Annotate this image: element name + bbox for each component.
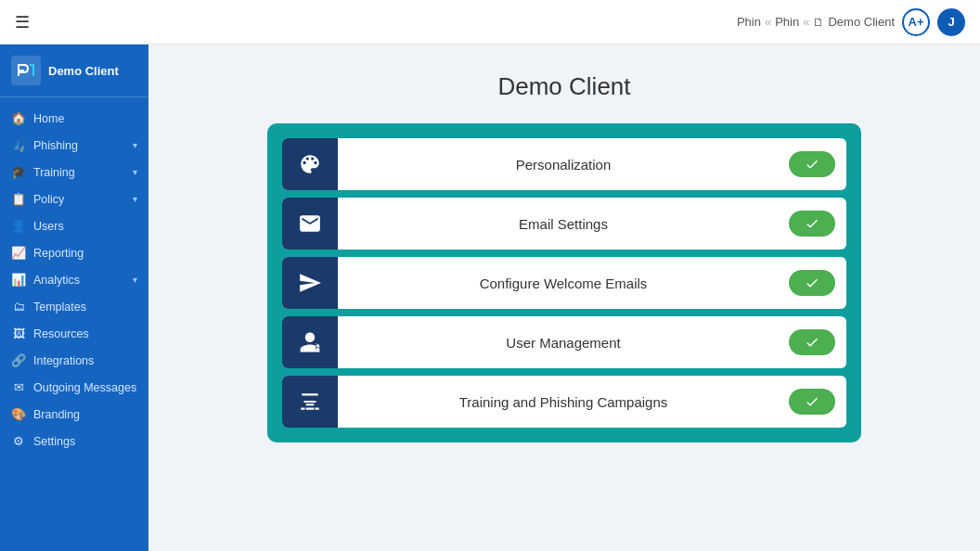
topbar: ☰ Phin « Phin « 🗋 Demo Client A+ J: [0, 0, 980, 45]
outgoing-icon: ✉: [11, 380, 26, 394]
sidebar-item-phishing[interactable]: 🎣 Phishing ▾: [0, 132, 148, 159]
topbar-left: ☰: [15, 12, 30, 32]
chevron-analytics: ▾: [133, 275, 137, 285]
sidebar-item-analytics[interactable]: 📊 Analytics ▾: [0, 266, 148, 293]
check-icon: [805, 335, 819, 350]
sidebar-item-training[interactable]: 🎓 Training ▾: [0, 159, 148, 186]
megaphone-icon-container: [282, 376, 338, 428]
row-personalization[interactable]: Personalization: [282, 138, 846, 190]
home-icon: 🏠: [11, 111, 26, 125]
sidebar-item-outgoing-messages[interactable]: ✉ Outgoing Messages: [0, 374, 148, 401]
settings-icon: ⚙: [11, 434, 26, 448]
sidebar: Demo Client 🏠 Home 🎣 Phishing ▾: [0, 45, 148, 551]
check-icon: [805, 394, 819, 409]
row-training-phishing[interactable]: Training and Phishing Campaigns: [282, 376, 846, 428]
breadcrumb-item2[interactable]: Phin: [775, 15, 799, 29]
sidebar-item-home[interactable]: 🏠 Home: [0, 105, 148, 132]
send-icon-container: [282, 257, 338, 309]
sidebar-logo-text: Demo Client: [48, 64, 119, 78]
user-cog-icon: [298, 330, 322, 354]
row-configure-welcome[interactable]: Configure Welcome Emails: [282, 257, 846, 309]
sidebar-item-resources[interactable]: 🖼 Resources: [0, 320, 148, 347]
row-user-management-label: User Management: [338, 335, 789, 351]
resources-icon: 🖼: [11, 327, 26, 340]
sidebar-logo: Demo Client: [0, 45, 148, 97]
sidebar-label-outgoing: Outgoing Messages: [33, 381, 136, 394]
policy-icon: 📋: [11, 192, 26, 206]
menu-toggle[interactable]: ☰: [15, 12, 30, 32]
check-personalization[interactable]: [789, 151, 835, 177]
check-training-phishing[interactable]: [789, 389, 835, 415]
palette-icon-container: [282, 138, 338, 190]
sidebar-label-training: Training: [33, 166, 75, 179]
sidebar-label-home: Home: [33, 112, 64, 125]
breadcrumb: Phin « Phin « 🗋 Demo Client: [737, 15, 895, 29]
chevron-policy: ▾: [133, 194, 137, 204]
setup-card: Personalization Email Settings: [267, 123, 861, 442]
analytics-icon: 📊: [11, 273, 26, 287]
breadcrumb-icon: 🗋: [813, 16, 824, 29]
svg-rect-0: [11, 56, 41, 85]
sidebar-label-integrations: Integrations: [33, 354, 94, 367]
sidebar-label-policy: Policy: [33, 193, 64, 206]
page-title: Demo Client: [497, 72, 630, 101]
user-cog-icon-container: [282, 316, 338, 368]
row-configure-welcome-label: Configure Welcome Emails: [338, 276, 789, 291]
avatar-j[interactable]: J: [937, 8, 965, 36]
palette-icon: [298, 152, 322, 176]
row-email-settings[interactable]: Email Settings: [282, 198, 846, 250]
sidebar-label-users: Users: [33, 220, 64, 233]
sidebar-nav: 🏠 Home 🎣 Phishing ▾ 🎓 Training ▾: [0, 97, 148, 462]
sidebar-item-policy[interactable]: 📋 Policy ▾: [0, 186, 148, 212]
check-icon: [805, 157, 819, 172]
sidebar-label-templates: Templates: [33, 301, 86, 314]
reporting-icon: 📈: [11, 246, 26, 260]
sidebar-item-templates[interactable]: 🗂 Templates: [0, 293, 148, 320]
avatar-a[interactable]: A+: [902, 8, 930, 36]
templates-icon: 🗂: [11, 300, 26, 314]
sidebar-item-integrations[interactable]: 🔗 Integrations: [0, 347, 148, 374]
topbar-right: Phin « Phin « 🗋 Demo Client A+ J: [737, 8, 965, 36]
megaphone-icon: [298, 390, 322, 414]
chevron-phishing: ▾: [133, 140, 137, 150]
sidebar-label-branding: Branding: [33, 408, 80, 421]
phishing-icon: 🎣: [11, 138, 26, 152]
main-layout: Demo Client 🏠 Home 🎣 Phishing ▾: [0, 45, 980, 551]
row-email-settings-label: Email Settings: [338, 216, 789, 232]
sidebar-item-settings[interactable]: ⚙ Settings: [0, 428, 148, 455]
breadcrumb-sep2: «: [803, 15, 809, 29]
main-content: Demo Client Personalization: [148, 45, 980, 551]
check-email-settings[interactable]: [789, 211, 835, 237]
email-icon: [298, 211, 322, 236]
row-training-phishing-label: Training and Phishing Campaigns: [338, 394, 789, 410]
row-personalization-label: Personalization: [338, 157, 789, 173]
sidebar-label-reporting: Reporting: [33, 247, 84, 260]
check-icon: [805, 276, 819, 290]
sidebar-label-resources: Resources: [33, 327, 89, 340]
integrations-icon: 🔗: [11, 353, 26, 367]
sidebar-item-branding[interactable]: 🎨 Branding: [0, 401, 148, 428]
email-icon-container: [282, 198, 338, 250]
users-icon: 👤: [11, 219, 26, 233]
send-icon: [298, 271, 322, 295]
training-icon: 🎓: [11, 165, 26, 179]
check-icon: [805, 216, 819, 231]
breadcrumb-sep1: «: [765, 15, 771, 29]
phin-logo-icon: [11, 56, 41, 85]
branding-icon: 🎨: [11, 407, 26, 421]
sidebar-item-users[interactable]: 👤 Users: [0, 212, 148, 239]
check-configure-welcome[interactable]: [789, 270, 835, 296]
sidebar-label-analytics: Analytics: [33, 274, 80, 287]
row-user-management[interactable]: User Management: [282, 316, 846, 368]
breadcrumb-item1[interactable]: Phin: [737, 15, 761, 29]
breadcrumb-item3[interactable]: Demo Client: [828, 15, 895, 29]
sidebar-label-settings: Settings: [33, 435, 75, 448]
check-user-management[interactable]: [789, 329, 835, 355]
chevron-training: ▾: [133, 167, 137, 177]
sidebar-label-phishing: Phishing: [33, 139, 78, 152]
sidebar-item-reporting[interactable]: 📈 Reporting: [0, 239, 148, 266]
